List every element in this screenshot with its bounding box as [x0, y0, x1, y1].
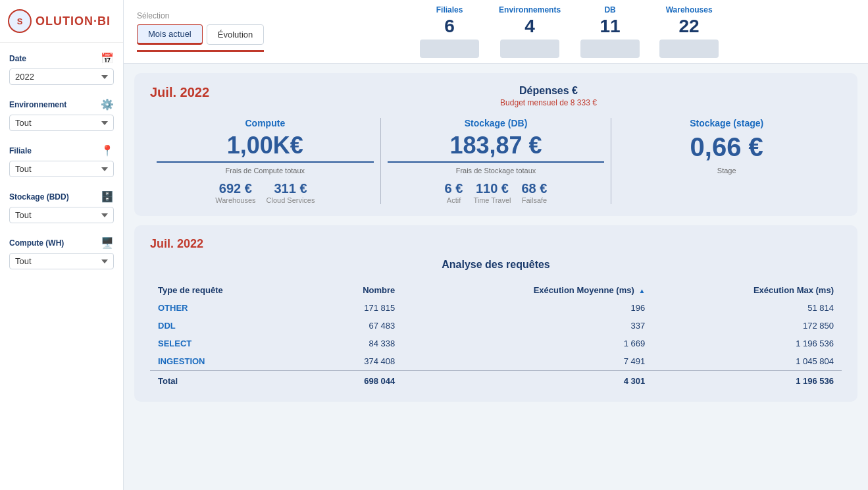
- analyse-table-head: Type de requête Nombre Exécution Moyenne…: [150, 281, 842, 299]
- stockage-failsafe-label: Failsafe: [522, 196, 548, 204]
- sidebar: S OLUTION·BI Date 📅 2022 Environnement ⚙…: [0, 0, 124, 490]
- tab-underline: [137, 50, 264, 52]
- stockage-label: Stockage (BDD) 🗄️: [9, 190, 114, 203]
- compute-sub-label: Frais de Compute totaux: [157, 161, 374, 175]
- cell-type: OTHER: [150, 299, 309, 317]
- cell-exec-moy: 7 491: [403, 352, 653, 371]
- cell-exec-max: 1 045 804: [653, 352, 842, 371]
- table-row: OTHER 171 815 196 51 814: [150, 299, 842, 317]
- stockage-timetravel-label: Time Travel: [473, 196, 511, 204]
- compute-filter-section: Compute (WH) 🖥️ Tout: [0, 227, 123, 273]
- depenses-budget-note: Budget mensuel de 8 333 €: [255, 98, 842, 107]
- depenses-center-title: Dépenses € Budget mensuel de 8 333 €: [255, 85, 842, 107]
- cpu-icon: 🖥️: [101, 236, 114, 249]
- cell-total-exec-moy: 4 301: [403, 370, 653, 390]
- cell-total-nombre: 698 044: [309, 370, 403, 390]
- env-select[interactable]: Tout: [9, 115, 114, 131]
- table-row: SELECT 84 338 1 669 1 196 536: [150, 335, 842, 352]
- compute-cloud-value: 311 €: [274, 181, 307, 196]
- cell-exec-moy: 337: [403, 317, 653, 335]
- logo-area: S OLUTION·BI: [0, 0, 123, 43]
- stockage-actif-value: 6 €: [445, 181, 463, 196]
- stockage-failsafe-value: 68 €: [521, 181, 547, 196]
- stockage-stage-big-value: 0,66 €: [690, 132, 763, 161]
- cell-nombre: 171 815: [309, 299, 403, 317]
- compute-cloud: 311 € Cloud Services: [267, 181, 315, 204]
- calendar-icon: 📅: [101, 52, 114, 65]
- cell-exec-max: 1 196 536: [653, 335, 842, 352]
- stat-bar: [500, 40, 559, 58]
- filiale-label: Filiale 📍: [9, 144, 114, 157]
- stockage-actif: 6 € Actif: [445, 181, 463, 204]
- stockage-db-sub-row: 6 € Actif 110 € Time Travel 68 € Failsaf…: [445, 181, 548, 204]
- selection-label: Sélection: [137, 11, 264, 20]
- analyse-header-row: Juil. 2022: [150, 237, 842, 259]
- cell-nombre: 67 483: [309, 317, 403, 335]
- compute-warehouses: 692 € Warehouses: [215, 181, 255, 204]
- cell-type: INGESTION: [150, 352, 309, 371]
- btn-mois-actuel[interactable]: Mois actuel: [137, 24, 203, 45]
- table-row: DDL 67 483 337 172 850: [150, 317, 842, 335]
- main-content: Sélection Mois actuel Évolution Filiales…: [124, 0, 868, 490]
- stockage-actif-label: Actif: [447, 196, 461, 204]
- stat-label: Environnements: [499, 5, 561, 14]
- env-icon: ⚙️: [101, 98, 114, 111]
- compute-label: Compute (WH) 🖥️: [9, 236, 114, 249]
- stockage-stage-sub-label: Stage: [618, 167, 835, 175]
- env-filter-section: Environnement ⚙️ Tout: [0, 89, 123, 135]
- cell-nombre: 374 408: [309, 352, 403, 371]
- stat-label: Warehouses: [666, 5, 713, 14]
- logo-solution: OLUTION: [36, 14, 93, 28]
- cell-type: SELECT: [150, 335, 309, 352]
- col-type: Type de requête: [150, 281, 309, 299]
- stat-bar: [659, 40, 719, 58]
- stockage-failsafe: 68 € Failsafe: [521, 181, 547, 204]
- stockage-db-metric: Stockage (DB) 183,87 € Frais de Stockage…: [381, 118, 612, 204]
- stockage-db-title: Stockage (DB): [465, 118, 528, 128]
- stat-value: 4: [524, 16, 535, 37]
- filiale-select[interactable]: Tout: [9, 161, 114, 177]
- cell-exec-moy: 1 669: [403, 335, 653, 352]
- tab-buttons: Mois actuel Évolution: [137, 24, 264, 45]
- stockage-stage-metric: Stockage (stage) 0,66 € Stage: [611, 118, 842, 204]
- analyse-table-body: OTHER 171 815 196 51 814 DDL 67 483 337 …: [150, 299, 842, 390]
- compute-cloud-label: Cloud Services: [267, 196, 315, 204]
- stockage-select[interactable]: Tout: [9, 207, 114, 223]
- stat-label: Filiales: [436, 5, 463, 14]
- stat-value: 6: [444, 16, 455, 37]
- depenses-main-title: Dépenses €: [255, 85, 842, 97]
- content-area: Juil. 2022 Dépenses € Budget mensuel de …: [124, 64, 868, 411]
- cell-nombre: 84 338: [309, 335, 403, 352]
- date-select[interactable]: 2022: [9, 68, 114, 85]
- col-exec-moy[interactable]: Exécution Moyenne (ms) ▲: [403, 281, 653, 299]
- stockage-db-big-value: 183,87 €: [449, 132, 542, 159]
- date-label: Date 📅: [9, 52, 114, 65]
- stat-card-environnements: Environnements 4: [499, 5, 561, 58]
- analyse-table-header-row: Type de requête Nombre Exécution Moyenne…: [150, 281, 842, 299]
- compute-wh-label: Warehouses: [215, 196, 255, 204]
- env-label: Environnement ⚙️: [9, 98, 114, 111]
- header-stats: Filiales 6 Environnements 4 DB 11 Wareho…: [284, 5, 855, 58]
- stat-card-db: DB 11: [580, 5, 640, 58]
- compute-select[interactable]: Tout: [9, 253, 114, 269]
- stockage-timetravel-value: 110 €: [476, 181, 509, 196]
- stat-bar: [420, 40, 479, 58]
- filiale-filter-section: Filiale 📍 Tout: [0, 135, 123, 181]
- analyse-card: Juil. 2022 Analyse des requêtes Type de …: [134, 225, 857, 402]
- analyse-table: Type de requête Nombre Exécution Moyenne…: [150, 281, 842, 390]
- cell-exec-moy: 196: [403, 299, 653, 317]
- stockage-timetravel: 110 € Time Travel: [473, 181, 511, 204]
- col-nombre: Nombre: [309, 281, 403, 299]
- db-icon: 🗄️: [101, 190, 114, 203]
- stockage-db-sub-label: Frais de Stockage totaux: [388, 161, 605, 175]
- compute-big-value: 1,00K€: [227, 132, 303, 159]
- logo-bi: BI: [97, 14, 111, 28]
- btn-evolution[interactable]: Évolution: [207, 24, 264, 45]
- cell-exec-max: 51 814: [653, 299, 842, 317]
- logo-text: OLUTION·BI: [36, 14, 111, 28]
- metrics-row: Compute 1,00K€ Frais de Compute totaux 6…: [150, 118, 842, 204]
- stat-label: DB: [604, 5, 615, 14]
- sort-icon: ▲: [638, 287, 645, 294]
- date-filter-section: Date 📅 2022: [0, 43, 123, 89]
- compute-title: Compute: [245, 118, 286, 128]
